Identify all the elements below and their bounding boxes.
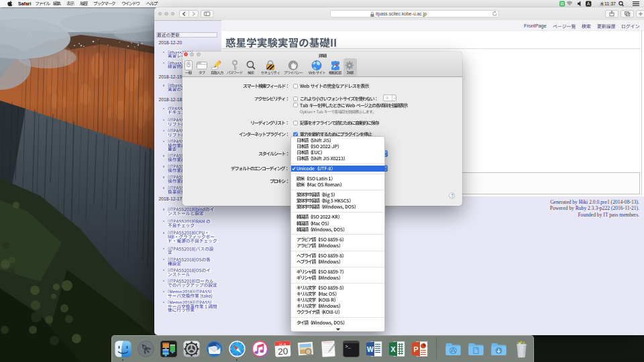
- svg-text:20: 20: [277, 346, 288, 357]
- svg-text:A: A: [587, 1, 590, 6]
- svg-text:12: 12: [278, 342, 282, 345]
- svg-text:W: W: [367, 345, 374, 353]
- svg-text:P: P: [413, 345, 418, 353]
- svg-text:X: X: [390, 345, 395, 353]
- svg-text:>_: >_: [345, 343, 351, 349]
